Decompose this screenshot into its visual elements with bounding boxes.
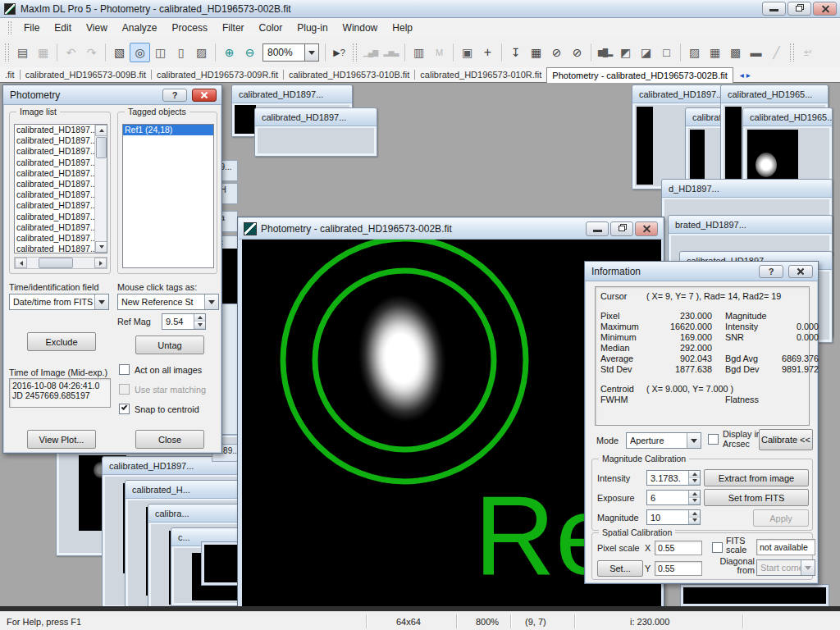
line-profile-icon[interactable]: ▁▄▆ bbox=[360, 43, 381, 62]
tab-document-active[interactable]: Photometry - calibrated_HD196573-002B.fi… bbox=[546, 67, 733, 83]
checkbox-box[interactable] bbox=[119, 364, 130, 375]
list-item[interactable]: calibrated_HD1897... bbox=[15, 125, 107, 135]
screen-stretch-icon[interactable]: ▧ bbox=[109, 43, 130, 62]
no-tracking-icon[interactable]: ⊘ bbox=[567, 43, 587, 62]
list-item-selected[interactable]: Ref1 (24,18) bbox=[123, 125, 213, 135]
grid-icon[interactable]: ▦ bbox=[526, 43, 546, 62]
spin-down-button[interactable] bbox=[689, 498, 700, 505]
close-button[interactable] bbox=[788, 265, 813, 278]
plus-minus-icon[interactable]: ±ˣ bbox=[797, 43, 818, 62]
toolbar-grip[interactable] bbox=[790, 43, 794, 62]
list-item[interactable]: calibrated_HD1897... bbox=[15, 244, 107, 253]
set-from-fits-button[interactable]: Set from FITS bbox=[704, 489, 809, 506]
spin-down-button[interactable] bbox=[689, 478, 700, 486]
spin-down-button[interactable] bbox=[194, 322, 205, 329]
snap-to-centroid-checkbox[interactable]: Snap to centroid bbox=[119, 404, 199, 414]
tab-document[interactable]: calibrated_HD196573-010R.fit bbox=[415, 68, 546, 81]
act-on-all-images-checkbox[interactable]: Act on all images bbox=[119, 364, 202, 375]
checkbox-box[interactable] bbox=[119, 404, 130, 414]
fits-scale-checkbox[interactable] bbox=[712, 542, 723, 553]
pixel-scale-x-field[interactable]: 0.55 bbox=[655, 541, 702, 555]
checkbox-box[interactable] bbox=[712, 542, 723, 553]
photometry-dialog[interactable]: Photometry ? Image list calibrated_HD189… bbox=[2, 84, 222, 454]
list-item[interactable]: calibrated_HD1897... bbox=[15, 222, 107, 233]
view-plot-button[interactable]: View Plot... bbox=[27, 430, 96, 449]
photometry-dialog-titlebar[interactable]: Photometry ? bbox=[3, 85, 221, 105]
save-icon[interactable]: ▦ bbox=[33, 43, 53, 62]
horizontal-scrollbar[interactable] bbox=[14, 257, 107, 269]
background-window-title[interactable]: calibrated_HD1965... bbox=[743, 108, 832, 126]
menu-plugin[interactable]: Plug-in bbox=[290, 19, 335, 37]
dropper-icon[interactable]: ↧ bbox=[505, 43, 526, 62]
help-button[interactable]: ? bbox=[759, 265, 783, 278]
spin-up-button[interactable] bbox=[689, 491, 700, 498]
scrollbar-thumb[interactable] bbox=[96, 137, 107, 158]
list-item[interactable]: calibrated_HD1897... bbox=[15, 233, 107, 244]
scroll-right-button[interactable] bbox=[94, 258, 107, 268]
image-window-titlebar[interactable]: Photometry - calibrated_HD196573-002B.fi… bbox=[239, 218, 663, 240]
zoom-value[interactable]: 800% bbox=[262, 43, 305, 62]
menu-color[interactable]: Color bbox=[252, 19, 290, 37]
list-item[interactable]: calibrated_HD1897... bbox=[15, 168, 107, 179]
tab-document[interactable]: calibrated_HD196573-009R.fit bbox=[152, 68, 283, 81]
pattern-2-icon[interactable]: ▦ bbox=[705, 43, 725, 62]
tab-scroll-left-icon[interactable]: ◂ bbox=[740, 71, 746, 80]
scroll-left-button[interactable] bbox=[15, 258, 27, 268]
zoom-out-icon[interactable]: ⊖ bbox=[240, 43, 260, 62]
exposure-spinner[interactable]: 6 bbox=[646, 490, 701, 505]
background-window-title[interactable]: calibrated_HD1897... bbox=[232, 85, 352, 103]
copy-icon[interactable]: ▣ bbox=[457, 43, 477, 62]
menu-help[interactable]: Help bbox=[385, 19, 420, 37]
checkbox-box[interactable] bbox=[708, 434, 719, 445]
flip-icon[interactable]: ◫ bbox=[150, 43, 171, 62]
scroll-up-button[interactable] bbox=[95, 125, 107, 136]
toolbar-grip[interactable] bbox=[5, 43, 9, 62]
zoom-dropdown-button[interactable] bbox=[305, 43, 319, 62]
image-listbox[interactable]: calibrated_HD1897... calibrated_HD1897..… bbox=[14, 124, 107, 253]
close-button[interactable] bbox=[635, 221, 658, 236]
untag-button[interactable]: Untag bbox=[135, 336, 204, 354]
close-button[interactable] bbox=[192, 89, 217, 102]
information-icon[interactable]: ▥ bbox=[409, 43, 429, 62]
mouse-click-combobox[interactable]: New Reference St bbox=[117, 294, 219, 310]
extract-from-image-button[interactable]: Extract from image bbox=[704, 469, 809, 486]
scrollbar-thumb[interactable] bbox=[39, 258, 73, 268]
stretch-settings-icon[interactable]: ▨ bbox=[191, 43, 212, 62]
help-button[interactable]: ? bbox=[162, 89, 187, 102]
exposure-value[interactable]: 6 bbox=[647, 491, 688, 504]
crosshair-icon[interactable]: ◎ bbox=[130, 43, 150, 62]
menu-view[interactable]: View bbox=[79, 19, 115, 37]
menu-process[interactable]: Process bbox=[165, 19, 215, 37]
pixel-scale-y-field[interactable]: 0.55 bbox=[655, 561, 702, 576]
information-dialog-titlebar[interactable]: Information ? bbox=[585, 262, 818, 281]
intensity-spinner[interactable]: 3.1783. bbox=[646, 470, 701, 486]
dropdown-button[interactable] bbox=[94, 294, 108, 309]
tab-scroll-right-icon[interactable]: ▸ bbox=[746, 71, 753, 80]
menu-analyze[interactable]: Analyze bbox=[115, 19, 165, 37]
tagged-objects-listbox[interactable]: Ref1 (24,18) bbox=[122, 124, 214, 268]
minimize-button[interactable] bbox=[762, 2, 786, 16]
list-item[interactable]: calibrated_HD1897... bbox=[15, 179, 107, 189]
magnitude-spinner[interactable]: 10 bbox=[646, 509, 701, 525]
slope-icon[interactable]: ╱ bbox=[766, 43, 787, 62]
spin-down-button[interactable] bbox=[689, 518, 700, 525]
intensity-value[interactable]: 3.1783. bbox=[647, 471, 688, 485]
ref-mag-spinner[interactable]: 9.54 bbox=[162, 313, 206, 330]
help-pointer-icon[interactable]: ▶? bbox=[329, 43, 349, 62]
pattern-1-icon[interactable]: ▨ bbox=[684, 43, 705, 62]
menu-window[interactable]: Window bbox=[336, 19, 386, 37]
list-item[interactable]: calibrated_HD1897... bbox=[15, 135, 107, 146]
background-window-fragment[interactable] bbox=[681, 585, 829, 606]
zoom-select[interactable]: 800% bbox=[262, 43, 319, 62]
vertical-scrollbar[interactable] bbox=[94, 125, 107, 253]
list-item[interactable]: calibrated_HD1897... bbox=[15, 189, 107, 200]
undo-icon[interactable]: ↶ bbox=[61, 43, 81, 62]
list-item[interactable]: calibrated_HD1897... bbox=[15, 212, 107, 222]
app-titlebar[interactable]: MaxIm DL Pro 5 - Photometry - calibrated… bbox=[0, 0, 840, 18]
line-icon[interactable]: ▬ bbox=[746, 43, 766, 62]
background-window-title[interactable]: calibrated_HD1965... bbox=[721, 85, 828, 103]
list-item[interactable]: calibrated_HD1897... bbox=[15, 158, 107, 168]
zoom-in-icon[interactable]: ⊕ bbox=[219, 43, 240, 62]
pattern-3-icon[interactable]: ▩ bbox=[725, 43, 746, 62]
new-tag-icon[interactable]: + bbox=[477, 43, 498, 62]
